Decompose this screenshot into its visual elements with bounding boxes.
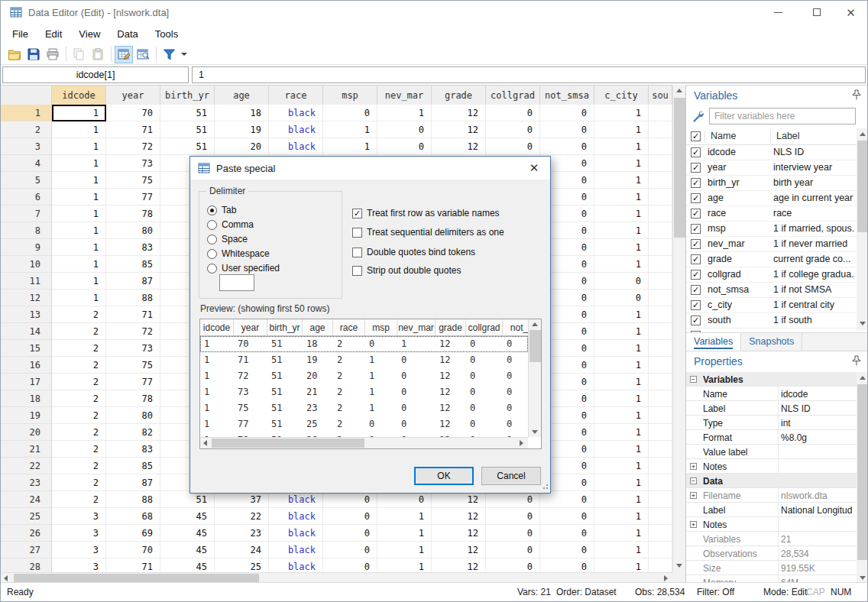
column-header-age[interactable]: age <box>215 86 269 105</box>
property-row[interactable]: +Filenamenlswork.dta <box>686 488 857 503</box>
grid-cell[interactable]: 0 <box>486 138 540 155</box>
grid-cell[interactable]: 12 <box>432 491 486 508</box>
grid-cell[interactable]: 22 <box>215 508 269 525</box>
grid-cell[interactable]: 71 <box>106 558 160 572</box>
grid-cell[interactable]: 0 <box>540 508 594 525</box>
grid-cell[interactable] <box>649 256 672 273</box>
checkbox-icon[interactable] <box>352 228 362 238</box>
expander-icon[interactable]: + <box>690 492 697 499</box>
grid-cell[interactable]: 72 <box>106 138 160 155</box>
preview-horizontal-scrollbar[interactable] <box>200 437 528 448</box>
property-row[interactable]: +Notes <box>686 459 857 474</box>
column-header-year[interactable]: year <box>106 86 160 105</box>
save-button[interactable] <box>24 46 43 63</box>
filter-dropdown-caret[interactable] <box>181 53 187 56</box>
scroll-down-icon[interactable] <box>676 564 682 568</box>
expander-icon[interactable]: − <box>690 376 697 383</box>
grid-cell[interactable]: 1 <box>52 189 106 206</box>
grid-cell[interactable]: black <box>269 105 323 121</box>
dialog-close-button[interactable]: ✕ <box>518 157 550 180</box>
grid-cell[interactable] <box>649 390 672 407</box>
grid-cell[interactable]: 1 <box>594 121 649 138</box>
grid-cell[interactable] <box>649 491 672 508</box>
grid-cell[interactable]: 70 <box>106 105 160 121</box>
variable-checkbox[interactable]: ✓ <box>691 147 701 157</box>
grid-cell[interactable]: 0 <box>486 525 540 542</box>
grid-cell[interactable]: 2 <box>52 340 106 357</box>
grid-cell[interactable]: 1 <box>377 542 432 558</box>
scrollbar-thumb[interactable] <box>674 98 685 238</box>
grid-cell[interactable]: 0 <box>377 121 432 138</box>
preview-row[interactable]: 17351212101200 <box>200 384 528 400</box>
grid-cell[interactable]: 45 <box>160 542 215 558</box>
property-row[interactable]: −Data <box>686 474 857 488</box>
property-value[interactable]: 919.55K <box>781 563 857 574</box>
grid-cell[interactable] <box>649 323 672 340</box>
grid-cell[interactable]: 45 <box>160 508 215 525</box>
variable-item-not_smsa[interactable]: ✓not_smsa1 if not SMSA <box>686 283 857 298</box>
grid-cell[interactable]: 1 <box>594 357 649 374</box>
grid-cell[interactable]: 2 <box>52 323 106 340</box>
variable-checkbox[interactable]: ✓ <box>691 316 701 325</box>
grid-cell[interactable]: 1 <box>52 239 106 256</box>
resize-grip[interactable] <box>542 484 548 490</box>
grid-cell[interactable] <box>649 508 672 525</box>
grid-cell[interactable]: 73 <box>106 155 160 172</box>
column-header-msp[interactable]: msp <box>323 86 377 105</box>
grid-cell[interactable]: 2 <box>52 306 106 323</box>
row-number[interactable]: 17 <box>1 374 52 390</box>
preview-vertical-scrollbar[interactable] <box>528 319 541 437</box>
property-value[interactable]: National Longitud <box>781 505 857 516</box>
variable-item-nev_mar[interactable]: ✓nev_mar1 if never married <box>686 237 857 252</box>
variable-checkbox[interactable]: ✓ <box>691 178 701 188</box>
grid-cell[interactable]: 0 <box>540 138 594 155</box>
scroll-up-icon[interactable] <box>860 376 866 380</box>
column-header-not_smsa[interactable]: not_smsa <box>540 86 594 105</box>
grid-cell[interactable]: 1 <box>52 206 106 222</box>
grid-cell[interactable]: 45 <box>160 558 215 572</box>
expander-icon[interactable]: − <box>690 477 697 484</box>
grid-cell[interactable]: 2 <box>52 357 106 374</box>
close-button[interactable]: ✕ <box>834 1 868 24</box>
property-row[interactable]: +Notes <box>686 517 857 532</box>
grid-cell[interactable]: 37 <box>215 491 269 508</box>
row-number[interactable]: 18 <box>1 390 52 407</box>
grid-cell[interactable] <box>649 542 672 558</box>
grid-cell[interactable]: 0 <box>540 525 594 542</box>
grid-cell[interactable]: 18 <box>215 105 269 121</box>
grid-cell[interactable]: 0 <box>486 491 540 508</box>
grid-cell[interactable]: 0 <box>323 491 377 508</box>
row-number[interactable]: 13 <box>1 306 52 323</box>
grid-cell[interactable]: 12 <box>432 508 486 525</box>
grid-cell[interactable]: black <box>269 121 323 138</box>
grid-cell[interactable]: 0 <box>323 558 377 572</box>
menu-file[interactable]: File <box>4 25 37 43</box>
grid-cell[interactable]: 71 <box>106 121 160 138</box>
grid-cell[interactable]: 1 <box>594 105 649 121</box>
grid-cell[interactable]: 20 <box>215 138 269 155</box>
scroll-right-icon[interactable] <box>664 575 668 581</box>
grid-cell[interactable]: 12 <box>432 105 486 121</box>
grid-cell[interactable]: 78 <box>106 390 160 407</box>
grid-cell[interactable]: 73 <box>106 340 160 357</box>
grid-cell[interactable]: 1 <box>594 206 649 222</box>
browse-data-button[interactable] <box>134 46 152 63</box>
grid-cell[interactable]: 0 <box>540 105 594 121</box>
preview-row[interactable]: 17151192101200 <box>200 352 528 368</box>
variable-item-south[interactable]: ✓south1 if south <box>686 313 857 329</box>
grid-cell[interactable]: 1 <box>594 441 649 458</box>
column-header-nev_mar[interactable]: nev_mar <box>377 86 432 105</box>
property-value[interactable]: idcode <box>781 389 857 400</box>
checkbox-icon[interactable]: ✓ <box>352 209 362 218</box>
grid-cell[interactable]: 12 <box>432 138 486 155</box>
grid-cell[interactable] <box>649 138 672 155</box>
grid-cell[interactable]: 1 <box>594 474 649 491</box>
grid-cell[interactable] <box>649 172 672 189</box>
grid-cell[interactable]: 12 <box>432 558 486 572</box>
column-header-c_city[interactable]: c_city <box>594 86 649 105</box>
tab-snapshots[interactable]: Snapshots <box>741 333 802 351</box>
grid-cell[interactable]: 0 <box>377 138 432 155</box>
column-header-race[interactable]: race <box>269 86 323 105</box>
row-number[interactable]: 9 <box>1 239 52 256</box>
grid-cell[interactable]: 51 <box>160 121 215 138</box>
